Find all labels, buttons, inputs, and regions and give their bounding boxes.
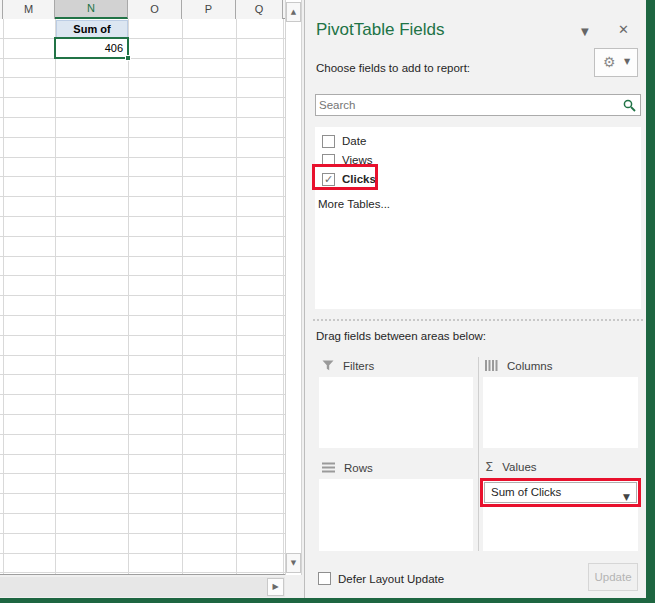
gridline	[128, 19, 129, 574]
defer-layout-row[interactable]: Defer Layout Update	[318, 572, 444, 585]
filters-drop-area[interactable]	[319, 377, 473, 448]
column-header-q[interactable]: Q	[236, 0, 283, 19]
sigma-icon: Σ	[485, 460, 493, 473]
update-button-disabled[interactable]: Update	[588, 563, 638, 591]
gridline	[3, 19, 4, 574]
column-header-m[interactable]: M	[3, 0, 55, 19]
fill-handle[interactable]	[125, 55, 131, 61]
filter-icon	[322, 360, 334, 371]
date-checkbox[interactable]	[322, 135, 335, 148]
columns-icon	[485, 360, 498, 371]
window-frame-right	[646, 0, 655, 603]
scroll-up-icon[interactable]: ▲	[286, 2, 301, 22]
vertical-scrollbar[interactable]: ▲ ▼	[285, 0, 302, 575]
column-header-p[interactable]: P	[182, 0, 236, 19]
pivottable-fields-pane: PivotTable Fields ▼ ✕ Choose fields to a…	[305, 0, 646, 598]
values-area-header: Σ Values	[485, 459, 537, 474]
gear-icon: ⚙	[603, 54, 616, 70]
defer-layout-checkbox[interactable]	[318, 572, 331, 585]
search-box[interactable]	[315, 94, 641, 116]
area-label: Values	[502, 461, 536, 473]
worksheet-area: M N O P Q Sum of Clicks 406	[0, 0, 285, 575]
rows-drop-area[interactable]	[319, 479, 473, 551]
pane-options-caret-icon[interactable]: ▼	[581, 26, 589, 37]
scroll-right-icon[interactable]: ▶	[267, 578, 284, 596]
area-label: Rows	[344, 462, 373, 474]
tools-button[interactable]: ⚙ ▼	[594, 48, 638, 77]
gridline	[283, 19, 284, 574]
areas-divider	[478, 357, 479, 551]
close-icon[interactable]: ✕	[618, 22, 629, 37]
rows-icon	[322, 462, 335, 473]
area-label: Filters	[343, 360, 374, 372]
cell-grid[interactable]	[0, 19, 285, 574]
annotation-sum-of-clicks-highlight	[480, 478, 641, 507]
excel-pivot-screen: M N O P Q Sum of Clicks 406 ▲ ▼ ▶ P	[0, 0, 655, 603]
choose-fields-label: Choose fields to add to report:	[316, 62, 470, 74]
gridline	[182, 19, 183, 574]
column-header-row: M N O P Q	[0, 0, 285, 19]
area-label: Columns	[507, 360, 552, 372]
column-header-o[interactable]: O	[128, 0, 182, 19]
gridline	[55, 19, 56, 574]
dotted-separator	[313, 319, 643, 321]
column-header-n-selected[interactable]: N	[55, 0, 128, 19]
columns-area-header: Columns	[485, 358, 552, 373]
annotation-clicks-highlight	[312, 164, 378, 190]
chevron-down-icon: ▼	[624, 57, 630, 66]
cell-value: 406	[105, 42, 123, 54]
field-list: Date Views ✓ Clicks More Tables...	[315, 127, 641, 309]
drag-fields-label: Drag fields between areas below:	[316, 330, 486, 342]
window-frame-bottom	[0, 598, 655, 603]
selected-cell-406[interactable]: 406	[54, 37, 129, 59]
horizontal-scrollbar[interactable]: ▶	[0, 577, 285, 597]
gridline	[236, 19, 237, 574]
scroll-down-icon[interactable]: ▼	[286, 553, 301, 573]
filters-area-header: Filters	[322, 358, 374, 373]
defer-layout-label: Defer Layout Update	[338, 573, 444, 585]
grid-bottom-border	[0, 574, 285, 575]
field-label: Date	[342, 135, 366, 147]
pane-title: PivotTable Fields	[316, 20, 445, 40]
search-input[interactable]	[319, 96, 619, 114]
rows-area-header: Rows	[322, 460, 373, 475]
search-icon[interactable]	[623, 99, 636, 114]
columns-drop-area[interactable]	[483, 377, 638, 448]
more-tables-link[interactable]: More Tables...	[318, 198, 390, 210]
field-row-date[interactable]: Date	[322, 133, 366, 149]
